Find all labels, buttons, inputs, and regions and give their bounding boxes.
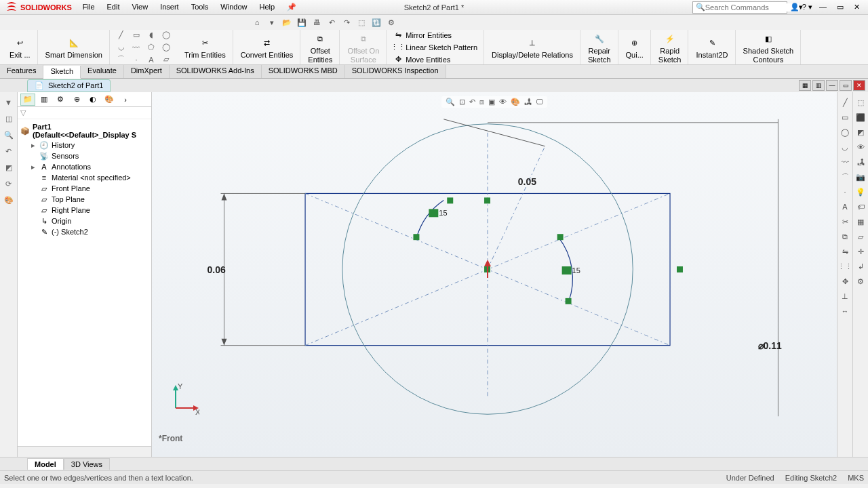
select-filter-icon[interactable]: ▼: [3, 96, 15, 108]
sketch-rect-icon[interactable]: ▭: [839, 111, 851, 123]
sketch-dim-icon[interactable]: ↔: [839, 305, 851, 317]
win-cascade-icon[interactable]: ▥: [812, 80, 825, 91]
relation-marker[interactable]: [413, 234, 419, 240]
relation-marker[interactable]: [447, 197, 453, 203]
tab-addins[interactable]: SOLIDWORKS Add-Ins: [170, 65, 262, 78]
tree-right-plane[interactable]: ▱Right Plane: [28, 205, 150, 216]
tab-inspection[interactable]: SOLIDWORKS Inspection: [345, 65, 446, 78]
menu-edit[interactable]: Edit: [102, 1, 125, 13]
fm-tree-tab-icon[interactable]: 📁: [20, 94, 35, 106]
rectangle-tool-icon[interactable]: ▭: [130, 30, 143, 41]
relation-marker[interactable]: [557, 234, 564, 240]
win-max-icon[interactable]: ▭: [840, 80, 852, 91]
view-decals-icon[interactable]: 🏷: [854, 201, 867, 213]
undo-icon[interactable]: ↶: [326, 16, 338, 28]
ellipse-tool-icon[interactable]: ◯: [159, 42, 173, 53]
sketch-pattern-icon[interactable]: ⋮⋮: [839, 260, 851, 272]
fm-more-tab-icon[interactable]: ›: [118, 94, 133, 106]
fm-display-tab-icon[interactable]: ◐: [85, 94, 100, 106]
circle-tool-icon[interactable]: ◯: [159, 30, 173, 41]
restore-button[interactable]: ▭: [833, 1, 848, 12]
zoom-selection-icon[interactable]: 🔍: [3, 129, 15, 141]
view-normal-icon[interactable]: ⬚: [854, 96, 867, 108]
menu-pin-icon[interactable]: 📌: [281, 1, 302, 13]
instant2d-button[interactable]: ✎ Instant2D: [693, 33, 730, 60]
tree-root[interactable]: 📦 Part1 (Default<<Default>_Display S: [19, 122, 150, 140]
plane-tool-icon[interactable]: ▱: [159, 54, 173, 65]
view-scene-icon[interactable]: 🏞: [854, 156, 867, 168]
tree-annotations[interactable]: ▸AAnnotations: [28, 161, 150, 172]
status-units[interactable]: MKS: [848, 474, 864, 482]
sketch-trim-icon[interactable]: ✂: [839, 216, 851, 228]
move-entities-button[interactable]: ✥Move Entities: [391, 54, 479, 65]
tree-front-plane[interactable]: ▱Front Plane: [28, 183, 150, 194]
win-tile-icon[interactable]: ▦: [799, 80, 811, 91]
section-view-icon[interactable]: ◩: [3, 161, 15, 174]
win-min-icon[interactable]: —: [826, 80, 838, 91]
convert-entities-button[interactable]: ⇄ Convert Entities: [238, 33, 296, 60]
select-icon[interactable]: ⬚: [355, 16, 368, 28]
fm-filter[interactable]: ▽: [18, 107, 151, 119]
sketch-move-icon[interactable]: ✥: [839, 275, 851, 287]
tab-features[interactable]: Features: [0, 65, 43, 78]
bottom-tab-3dviews[interactable]: 3D Views: [64, 458, 110, 470]
tab-sketch[interactable]: Sketch: [43, 66, 81, 79]
user-icon[interactable]: 👤: [790, 3, 800, 12]
line-tool-icon[interactable]: ╱: [115, 30, 128, 41]
sketch-point-icon[interactable]: ·: [839, 186, 851, 198]
view-light-icon[interactable]: 💡: [854, 186, 867, 198]
spline-tool-icon[interactable]: 〰: [130, 42, 143, 53]
fm-property-tab-icon[interactable]: ▥: [37, 94, 52, 106]
tab-dimxpert[interactable]: DimXpert: [124, 65, 170, 78]
tree-sketch2[interactable]: ✎(-) Sketch2: [28, 226, 150, 237]
smart-dimension-button[interactable]: 📐 Smart Dimension: [43, 33, 105, 60]
exit-sketch-button[interactable]: ↩ Exit ...: [7, 33, 33, 60]
menu-insert[interactable]: Insert: [155, 1, 184, 13]
dim-value-top[interactable]: 0.05: [518, 176, 536, 187]
leader-line-2[interactable]: [443, 119, 545, 146]
relation-marker[interactable]: [677, 266, 683, 272]
graphics-viewport[interactable]: 🔍 ⊡ ↶ ⧈ ▣ 👁 🎨 🏞 🖵: [152, 92, 837, 457]
redo-icon[interactable]: ↷: [340, 16, 353, 28]
text-tool-icon[interactable]: A: [144, 54, 158, 65]
arc-tool-icon[interactable]: ◡: [115, 42, 128, 53]
shaded-contours-button[interactable]: ◧ Shaded Sketch Contours: [741, 29, 797, 64]
sketch-relation-icon[interactable]: ⊥: [839, 290, 851, 302]
options-icon[interactable]: ⚙: [385, 16, 397, 28]
dim-value-diameter[interactable]: ⌀0.11: [758, 340, 782, 351]
menu-window[interactable]: Window: [215, 1, 252, 13]
sketch-offset-icon[interactable]: ⧉: [839, 230, 851, 243]
repair-sketch-button[interactable]: 🔧 Repair Sketch: [585, 29, 614, 64]
minimize-button[interactable]: —: [815, 1, 831, 12]
search-commands[interactable]: 🔍 ▾: [692, 1, 787, 14]
sketch-line-icon[interactable]: ╱: [839, 96, 851, 108]
tree-material[interactable]: ≡Material <not specified>: [28, 172, 150, 183]
slot-tool-icon[interactable]: ◖: [144, 30, 158, 41]
fm-scrollbar[interactable]: [18, 446, 151, 457]
fm-config-tab-icon[interactable]: ⚙: [53, 94, 68, 106]
fillet-tool-icon[interactable]: ⌒: [115, 54, 128, 65]
menu-tools[interactable]: Tools: [186, 1, 214, 13]
close-button[interactable]: ✕: [850, 1, 864, 12]
linear-pattern-button[interactable]: ⋮⋮Linear Sketch Pattern: [391, 42, 479, 53]
orientation-triad[interactable]: Y X: [165, 381, 199, 416]
relation-marker[interactable]: [484, 197, 490, 203]
polygon-tool-icon[interactable]: ⬠: [144, 42, 158, 53]
win-close-icon[interactable]: ✕: [853, 80, 865, 91]
rebuild-icon[interactable]: 🔃: [370, 16, 382, 28]
leader-line[interactable]: [488, 146, 545, 269]
display-relations-button[interactable]: ⊥ Display/Delete Relations: [489, 33, 576, 60]
fm-appearance-tab-icon[interactable]: 🎨: [102, 94, 117, 106]
sketch-mirror-icon[interactable]: ⇋: [839, 245, 851, 258]
new-icon[interactable]: ▾: [266, 16, 278, 28]
tree-top-plane[interactable]: ▱Top Plane: [28, 194, 150, 205]
view-origin-icon[interactable]: ↲: [854, 260, 867, 272]
view-section-icon[interactable]: ◩: [854, 126, 867, 138]
tab-mbd[interactable]: SOLIDWORKS MBD: [262, 65, 345, 78]
sketch-arc-left[interactable]: [416, 200, 443, 237]
dynamic-view-icon[interactable]: ⟳: [3, 178, 15, 190]
trim-entities-button[interactable]: ✂ Trim Entities: [182, 33, 229, 60]
feature-selection-icon[interactable]: ◫: [3, 113, 15, 125]
tab-evaluate[interactable]: Evaluate: [81, 65, 124, 78]
view-iso-icon[interactable]: ⬛: [854, 111, 867, 123]
